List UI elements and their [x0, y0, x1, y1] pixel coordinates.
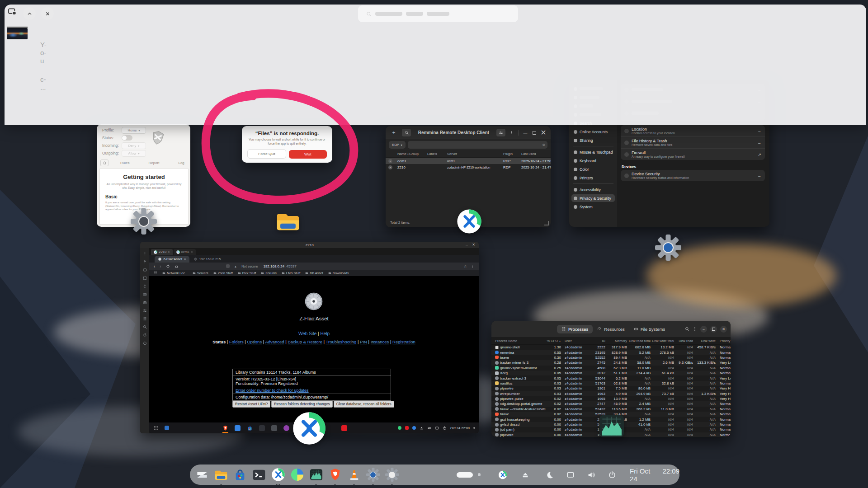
- process-row[interactable]: brave --disable-features=We 0.02 z4cdadm…: [491, 407, 731, 412]
- bookmark-star-icon[interactable]: ☆: [464, 264, 467, 268]
- page-nav-link[interactable]: Troubleshooting: [326, 339, 357, 344]
- workspace-indicator-dot[interactable]: [478, 473, 481, 476]
- page-nav-link[interactable]: Options: [247, 339, 262, 344]
- eject-icon[interactable]: [518, 467, 533, 483]
- bookmark-item[interactable]: Forums: [261, 271, 276, 275]
- page-button[interactable]: Clear database, rescan all folders: [334, 401, 394, 408]
- url-host[interactable]: 192.168.0.24: [263, 264, 284, 268]
- tab-rules[interactable]: Rules: [120, 161, 129, 165]
- session-minimize[interactable]: –: [466, 243, 468, 247]
- protocol-dropdown[interactable]: RDP▾: [389, 141, 406, 149]
- settings-alt-icon[interactable]: [384, 467, 400, 483]
- vlc-icon[interactable]: [346, 467, 362, 483]
- process-row[interactable]: wireplumber 0.03 z4cdadmin 1963 4.9 MB 2…: [491, 391, 731, 396]
- remote-display-icon[interactable]: [435, 426, 439, 430]
- force-quit-button[interactable]: Force Quit: [247, 149, 286, 159]
- menu-button[interactable]: [507, 129, 516, 136]
- page-nav-link[interactable]: PIN: [360, 339, 367, 344]
- maximize-button[interactable]: [530, 129, 539, 136]
- process-row[interactable]: brave 0.30 z4cdadmin 52552 89.4 MB N/A N…: [491, 355, 731, 360]
- back-icon[interactable]: ‹: [154, 264, 155, 269]
- incoming-dropdown[interactable]: Deny▾: [122, 142, 146, 149]
- page-nav-link[interactable]: Instances: [371, 339, 389, 344]
- remmina-tray-icon[interactable]: [495, 467, 510, 483]
- session-close[interactable]: ✕: [472, 243, 475, 247]
- connection-row[interactable]: » oem1 oem1 RDP 2025-10-24 - 21:58:0: [386, 158, 551, 164]
- page-nav-link[interactable]: Registration: [392, 339, 415, 344]
- screen-record-icon[interactable]: [7, 7, 17, 16]
- remote-app-icon[interactable]: [235, 425, 241, 431]
- process-column-headers[interactable]: Process Name % CPU▼ User ID Memory Disk …: [491, 337, 731, 345]
- remote-clock[interactable]: Oct 24 22:08: [450, 426, 470, 430]
- remmina-session-app-icon[interactable]: [292, 411, 327, 446]
- window-thumbnail[interactable]: [7, 28, 28, 39]
- tray-dot-blue[interactable]: [412, 426, 416, 430]
- sidebar-item[interactable]: System: [571, 203, 615, 211]
- resize-grip[interactable]: [544, 221, 549, 225]
- remote-app-icon[interactable]: [283, 425, 289, 431]
- collapse-button[interactable]: [23, 7, 36, 20]
- close-button[interactable]: ✕: [720, 326, 727, 333]
- sidebar-item[interactable]: Color: [571, 165, 615, 173]
- tray-dot-green[interactable]: [398, 426, 401, 430]
- minimize-button[interactable]: –: [700, 326, 707, 333]
- page-button[interactable]: Restart Asset UPnP: [232, 401, 270, 408]
- bookmark-item[interactable]: Network Loc...: [162, 271, 188, 275]
- web-site-link[interactable]: Web Site: [298, 331, 316, 336]
- apps-grid-icon[interactable]: [154, 271, 157, 275]
- night-light-icon[interactable]: [542, 467, 557, 483]
- forward-icon[interactable]: ›: [160, 264, 161, 269]
- workspace-indicator-active[interactable]: [457, 472, 473, 478]
- remote-app-icon[interactable]: [259, 425, 265, 431]
- sidebar-item[interactable]: Online Accounts: [571, 128, 615, 136]
- add-connection-button[interactable]: +: [389, 129, 398, 136]
- maximize-button[interactable]: [710, 326, 717, 333]
- sidebar-item[interactable]: Mouse & Touchpad: [571, 148, 615, 156]
- process-row[interactable]: pipewire 0.03 z4cdadmin 1961 7.5 MB 86.0…: [491, 386, 731, 391]
- clock[interactable]: Fri Oct 2422:09: [630, 467, 679, 483]
- page-nav-link[interactable]: Folders: [229, 339, 244, 344]
- power-icon[interactable]: [604, 467, 620, 483]
- bookmark-item[interactable]: Downloads: [328, 271, 349, 275]
- remote-apps-menu-icon[interactable]: [154, 426, 158, 430]
- remote-media-icon[interactable]: [341, 425, 347, 431]
- menu-kebab-icon[interactable]: [693, 327, 697, 331]
- bookmark-item[interactable]: Servers: [193, 271, 208, 275]
- process-row[interactable]: pipewire-pulse 0.02 z4cdadmin 1965 13.9 …: [491, 396, 731, 401]
- display-icon[interactable]: [563, 467, 578, 483]
- zorin-menu-icon[interactable]: [194, 467, 210, 483]
- brave-icon[interactable]: [327, 467, 343, 483]
- page-nav-link[interactable]: Advanced: [265, 339, 284, 344]
- tab-resources[interactable]: Resources: [593, 325, 629, 333]
- settings-row[interactable]: File History & TrashRemove saved data an…: [621, 136, 765, 148]
- sidebar-item[interactable]: Privacy & Security: [571, 194, 615, 202]
- process-row[interactable]: tracker-miner-fs-3 0.28 z4cdadmin 2745 2…: [491, 360, 731, 365]
- bookmark-item[interactable]: DB Asset: [305, 271, 323, 275]
- browser-menu-icon[interactable]: [471, 264, 474, 268]
- close-button[interactable]: ✕: [539, 129, 548, 136]
- wait-button[interactable]: Wait: [289, 150, 327, 159]
- browser-tab[interactable]: Z-Flac:Asset×: [155, 256, 189, 263]
- tab-report[interactable]: Report: [148, 161, 159, 165]
- process-row[interactable]: gnome-shell 1.30 z4cdadmin 2222 317.9 MB…: [491, 345, 731, 350]
- session-tab[interactable]: Z210×: [151, 249, 173, 255]
- bookmark-item[interactable]: LMS Stuff: [282, 271, 300, 275]
- extension-icon[interactable]: [226, 264, 230, 268]
- tab-file-systems[interactable]: File Systems: [629, 325, 670, 333]
- tab-processes[interactable]: Processes: [557, 325, 593, 333]
- profile-dropdown[interactable]: Home▾: [122, 127, 146, 134]
- software-store-icon[interactable]: [232, 467, 248, 483]
- process-row[interactable]: tracker-extract-3 0.05 z4cdadmin 53044 6…: [491, 375, 731, 380]
- process-row[interactable]: xdg-desktop-portal-gnome 0.02 z4cdadmin …: [491, 401, 731, 406]
- files-app-icon[interactable]: [275, 208, 301, 235]
- bookmark-item[interactable]: Plex Stuff: [238, 271, 256, 275]
- settings-row[interactable]: Device SecurityHardware security status …: [621, 170, 765, 181]
- status-toggle[interactable]: [122, 135, 132, 141]
- remmina-app-icon[interactable]: [456, 208, 482, 235]
- settings-app-icon[interactable]: [655, 235, 681, 261]
- tab-log[interactable]: Log: [178, 161, 184, 165]
- sidebar-item[interactable]: Printers: [571, 174, 615, 182]
- reload-icon[interactable]: [166, 264, 170, 268]
- remote-pinned-icon[interactable]: [165, 426, 169, 430]
- help-link[interactable]: Help: [320, 331, 330, 336]
